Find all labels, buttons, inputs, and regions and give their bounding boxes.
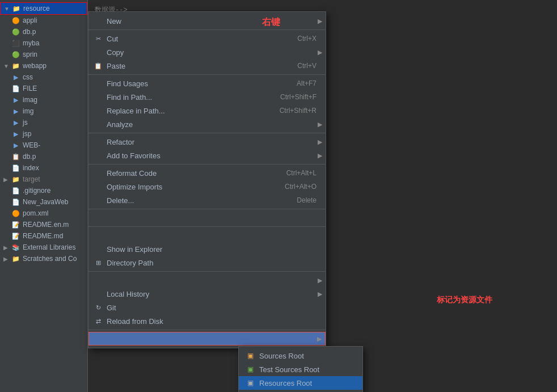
tree-item-img[interactable]: ▶ img bbox=[0, 106, 87, 117]
tree-item-imag[interactable]: ▶ imag bbox=[0, 94, 87, 106]
tree-item-label: jsp bbox=[23, 130, 31, 138]
tree-item-label: resource bbox=[23, 5, 50, 12]
tree-indent bbox=[3, 86, 10, 92]
tree-item-web[interactable]: ▶ WEB- bbox=[0, 140, 87, 151]
menu-item-optimize-imports[interactable]: Optimize Imports Ctrl+Alt+O bbox=[88, 180, 326, 193]
tree-item-jsp[interactable]: ▶ jsp bbox=[0, 128, 87, 140]
tree-item-resources[interactable]: ▼ 📁 resource bbox=[0, 2, 87, 15]
menu-item-find-usages[interactable]: Find Usages Alt+F7 bbox=[88, 77, 326, 90]
menu-item-label: Cut bbox=[107, 35, 118, 43]
menu-item-label: Analyze bbox=[107, 120, 133, 129]
menu-shortcut: Ctrl+Shift+R bbox=[268, 107, 317, 115]
tree-item-label: css bbox=[23, 73, 33, 81]
file-icon: 📄 bbox=[11, 186, 20, 195]
tree-item-sprin[interactable]: 🟢 sprin bbox=[0, 49, 87, 60]
menu-shortcut: Ctrl+V bbox=[286, 62, 317, 70]
menu-separator bbox=[88, 330, 326, 330]
tree-item-label: Scratches and Co bbox=[23, 255, 77, 263]
menu-item-label: Add to Favorites bbox=[107, 151, 161, 160]
tree-item-ext-libs[interactable]: ▶ 📚 External Libraries bbox=[0, 242, 87, 253]
menu-item-cut[interactable]: ✂ Cut Ctrl+X bbox=[88, 32, 326, 45]
tree-item-appli[interactable]: 🟠 appli bbox=[0, 15, 87, 26]
tree-indent bbox=[3, 142, 10, 149]
folder-icon: ▶ bbox=[11, 141, 20, 150]
folder-icon: ▶ bbox=[11, 95, 20, 104]
menu-item-new[interactable]: New ▶ 右键 bbox=[88, 14, 326, 28]
menu-item-label: Reformat Code bbox=[107, 169, 157, 178]
menu-item-delete[interactable]: Delete... Delete bbox=[88, 193, 326, 207]
menu-item-analyze[interactable]: Analyze ▶ bbox=[88, 117, 326, 131]
tree-item-label: .gitignore bbox=[23, 187, 50, 195]
sources-root-icon: ▣ bbox=[244, 351, 256, 360]
file-icon: 🟠 bbox=[11, 16, 20, 25]
menu-item-replace-in-path[interactable]: Replace in Path... Ctrl+Shift+R bbox=[88, 104, 326, 117]
menu-item-local-history[interactable]: ▶ bbox=[88, 273, 326, 287]
menu-item-reformat[interactable]: Reformat Code Ctrl+Alt+L bbox=[88, 166, 326, 180]
tree-item-label: img bbox=[23, 107, 33, 115]
tree-item-dbp2[interactable]: 📋 db.p bbox=[0, 151, 87, 162]
menu-shortcut: Ctrl+Alt+L bbox=[275, 169, 317, 177]
tree-item-label: sprin bbox=[23, 50, 37, 58]
tree-arrow: ▶ bbox=[3, 245, 10, 251]
tree-indent bbox=[3, 188, 10, 194]
submenu-item-resources-root[interactable]: ▣ Resources Root bbox=[239, 376, 362, 390]
menu-item-label: Copy bbox=[107, 48, 124, 57]
terminal-icon: ⊞ bbox=[93, 259, 103, 267]
tree-item-label: WEB- bbox=[23, 141, 40, 149]
tree-item-readme-en[interactable]: 📝 README.en.m bbox=[0, 219, 87, 230]
tree-indent bbox=[3, 29, 10, 35]
tree-item-label: FILE bbox=[23, 85, 37, 92]
tree-item-dbp[interactable]: 🟢 db.p bbox=[0, 26, 87, 37]
menu-shortcut: Delete bbox=[285, 196, 317, 204]
tree-item-webapp[interactable]: ▼ 📁 webapp bbox=[0, 60, 87, 71]
tree-item-label: External Libraries bbox=[23, 243, 75, 251]
menu-item-find-in-path[interactable]: Find in Path... Ctrl+Shift+F bbox=[88, 90, 326, 104]
menu-item-add-favorites[interactable]: Add to Favorites ▶ bbox=[88, 149, 326, 162]
tree-indent bbox=[3, 74, 10, 81]
menu-item-show-explorer[interactable] bbox=[88, 229, 326, 242]
menu-item-label: Show in Explorer bbox=[107, 245, 162, 254]
menu-shortcut: Ctrl+Shift+F bbox=[269, 93, 317, 101]
menu-item-copy[interactable]: Copy ▶ bbox=[88, 45, 326, 59]
tree-item-label: New_JavaWeb bbox=[23, 198, 68, 206]
file-icon: 📄 bbox=[11, 197, 20, 206]
submenu-mark-directory: ▣ Sources Root ▣ Test Sources Root ▣ Res… bbox=[238, 346, 363, 392]
tree-item-scratches[interactable]: ▶ 📁 Scratches and Co bbox=[0, 253, 87, 264]
submenu-item-label: Sources Root bbox=[259, 352, 304, 360]
menu-item-label: Refactor bbox=[107, 138, 134, 146]
menu-item-dir-path[interactable]: Show in Explorer bbox=[88, 242, 326, 256]
submenu-item-test-resources-root[interactable]: ▣ Test Resources Root bbox=[239, 390, 362, 392]
tree-item-label: pom.xml bbox=[23, 209, 48, 217]
file-icon: 📝 bbox=[11, 231, 20, 241]
menu-item-build-module[interactable] bbox=[88, 211, 326, 225]
submenu-item-test-sources-root[interactable]: ▣ Test Sources Root bbox=[239, 363, 362, 376]
tree-item-myba[interactable]: ⬛ myba bbox=[0, 37, 87, 49]
tree-item-js[interactable]: ▶ js bbox=[0, 117, 87, 128]
tree-item-target[interactable]: ▶ 📁 target bbox=[0, 174, 87, 185]
tree-item-gitignore[interactable]: 📄 .gitignore bbox=[0, 185, 87, 196]
menu-item-paste[interactable]: 📋 Paste Ctrl+V bbox=[88, 59, 326, 73]
tree-arrow: ▶ bbox=[3, 256, 10, 262]
tree-item-label: js bbox=[23, 119, 28, 127]
tree-item-newjava[interactable]: 📄 New_JavaWeb bbox=[0, 196, 87, 208]
tree-item-readme[interactable]: 📝 README.md bbox=[0, 230, 87, 242]
tree-item-css[interactable]: ▶ css bbox=[0, 71, 87, 83]
folder-icon: 📁 bbox=[12, 4, 21, 13]
submenu-arrow-icon: ▶ bbox=[318, 290, 322, 298]
file-tree: ▼ 📁 resource 🟠 appli 🟢 db.p ⬛ myba 🟢 spr… bbox=[0, 0, 88, 392]
tree-item-index[interactable]: 📄 index bbox=[0, 162, 87, 174]
file-icon: 📝 bbox=[11, 220, 20, 229]
tree-item-file[interactable]: 📄 FILE bbox=[0, 83, 87, 94]
submenu-arrow-icon: ▶ bbox=[318, 152, 322, 159]
menu-item-refactor[interactable]: Refactor ▶ bbox=[88, 135, 326, 149]
tree-indent bbox=[3, 165, 10, 171]
menu-item-mark-directory[interactable]: ▶ bbox=[88, 332, 326, 345]
menu-item-compare[interactable]: ⇄ Reload from Disk bbox=[88, 314, 326, 328]
menu-item-open-terminal[interactable]: ⊞ Directory Path bbox=[88, 256, 326, 269]
menu-item-git[interactable]: Local History ▶ bbox=[88, 287, 326, 301]
menu-item-label: Paste bbox=[107, 62, 125, 70]
folder-icon: 📁 bbox=[11, 61, 20, 70]
tree-item-pom[interactable]: 🟠 pom.xml bbox=[0, 208, 87, 219]
menu-item-reload[interactable]: ↻ Git bbox=[88, 301, 326, 314]
submenu-item-sources-root[interactable]: ▣ Sources Root bbox=[239, 349, 362, 363]
